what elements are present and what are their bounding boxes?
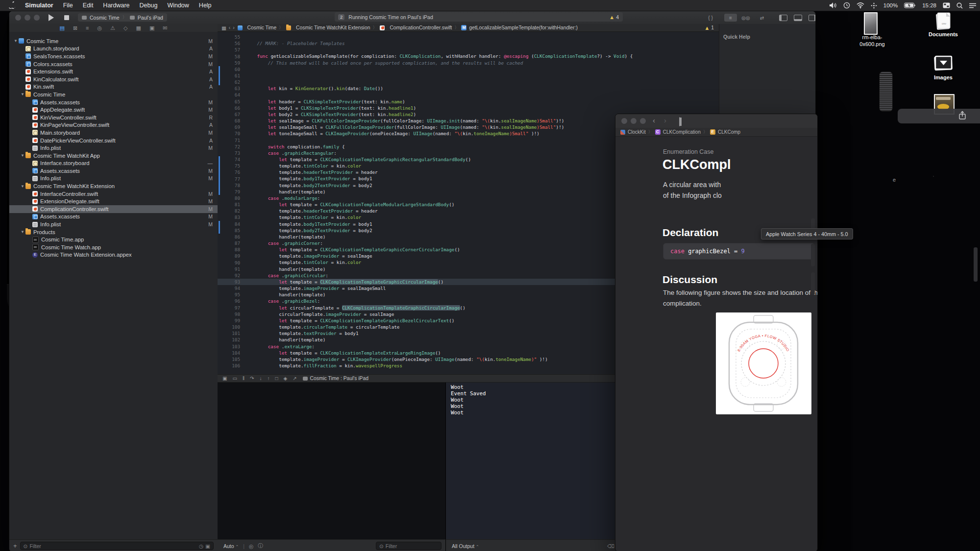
line-number[interactable]: 77 [218,176,240,182]
debug-bar-icon-8[interactable]: ↗ [293,376,296,381]
run-button[interactable] [49,14,54,21]
iphone-volume-up-button[interactable] [811,244,815,266]
volume-icon[interactable] [830,2,837,8]
related-items-icon[interactable]: ▦ [221,25,226,31]
watch-digital-crown[interactable] [879,72,893,112]
close-button[interactable] [621,118,627,124]
file-row-sealstones-xcassets[interactable]: SealsTones.xcassetsM [9,52,218,60]
share-icon[interactable] [958,111,966,122]
add-button[interactable]: + [13,542,17,550]
minimize-button[interactable] [631,118,637,124]
debug-bar-icon-4[interactable]: ↓ [259,376,262,381]
file-row-launch-storyboard[interactable]: Launch.storyboardA [9,45,218,53]
desktop-file-icon-image[interactable] [864,12,878,35]
menu-hardware[interactable]: Hardware [98,2,134,9]
debug-bar-icon-0[interactable]: ▣ [222,376,227,381]
menu-simulator[interactable]: Simulator [20,2,58,9]
file-row-kinpageviewcontroller-swift[interactable]: KinPageViewController.swiftA [9,121,218,129]
line-number[interactable]: 61 [218,73,240,78]
code-line-65[interactable]: 65 let header = CLKSimpleTextProvider(te… [218,98,719,105]
menu-file[interactable]: File [58,2,78,9]
line-number[interactable]: 70 [218,131,240,136]
line-number[interactable]: 90 [218,260,240,265]
file-row-assets-xcassets[interactable]: Assets.xcassetsM [9,98,218,106]
navigator-tab-2[interactable]: ≡ [86,25,89,31]
line-number[interactable]: 73 [218,150,240,156]
debug-bar-icon-1[interactable]: ▭ [232,376,237,381]
line-number[interactable]: 69 [218,124,240,130]
code-line-61[interactable]: 61 [218,72,719,79]
line-number[interactable]: 105 [218,357,240,362]
menu-help[interactable]: Help [194,2,217,9]
menu-debug[interactable]: Debug [135,2,163,9]
auto-popup[interactable]: Auto ⌃ [223,543,239,549]
line-number[interactable]: 62 [218,79,240,85]
code-line-55[interactable]: 55 [218,34,719,40]
navigator-tab-1[interactable]: ⊠ [73,25,77,31]
navigator-tab-3[interactable]: ◎ [98,25,102,31]
line-number[interactable]: 89 [218,253,240,259]
debug-bar-icon-5[interactable]: ↑ [267,376,270,381]
line-number[interactable]: 84 [218,221,240,227]
line-number[interactable]: 80 [218,195,240,201]
file-row-kincalculator-swift[interactable]: KinCalculator.swiftA [9,75,218,83]
line-number[interactable]: 83 [218,215,240,220]
navigator-tab-8[interactable]: ✉ [163,25,167,31]
line-number[interactable]: 93 [218,279,240,285]
jumpbar-item-group[interactable]: Cosmic Time WatchKit Extension [296,25,370,30]
file-row-kinviewcontroller-swift[interactable]: KinViewController.swiftR [9,114,218,121]
line-number[interactable]: 92 [218,273,240,278]
zoom-button[interactable] [640,118,646,124]
line-number[interactable]: 95 [218,292,240,297]
standard-editor-button[interactable]: ≡ [724,14,737,22]
line-number[interactable]: 85 [218,228,240,233]
clock[interactable]: 15:28 [922,2,936,8]
line-number[interactable]: 78 [218,183,240,188]
toggle-debug-area-button[interactable] [792,14,804,22]
line-number[interactable]: 87 [218,240,240,246]
file-row-assets-xcassets[interactable]: Assets.xcassetsM [9,213,218,221]
toggle-inspectors-button[interactable] [807,14,816,22]
navigator-tab-7[interactable]: ▣ [149,25,154,31]
line-number[interactable]: 88 [218,247,240,252]
file-row-interfacecontroller-swift[interactable]: InterfaceController.swiftM [9,190,218,198]
line-number[interactable]: 104 [218,350,240,356]
line-number[interactable]: 102 [218,337,240,342]
iphone-power-button[interactable] [974,247,978,282]
minimize-button[interactable] [24,15,30,21]
line-number[interactable]: 96 [218,298,240,304]
line-number[interactable]: 67 [218,112,240,117]
line-number[interactable]: 76 [218,169,240,175]
menu-window[interactable]: Window [162,2,194,9]
line-number[interactable]: 82 [218,208,240,214]
debug-bar-icon-7[interactable]: ◈ [283,376,287,381]
line-number[interactable]: 72 [218,144,240,149]
line-number[interactable]: 58 [218,54,240,59]
file-row-cosmic-time[interactable]: ▼Cosmic TimeM [9,37,218,45]
file-row-colors-xcassets[interactable]: Colors.xcassetsM [9,60,218,68]
navigator-tab-0[interactable]: ▤ [59,25,64,31]
source-control-status-icon[interactable]: ▣ [205,543,210,549]
variables-view[interactable] [218,383,445,539]
docs-crumb-case[interactable]: CLKComp [718,129,740,135]
line-number[interactable]: 57 [218,47,240,52]
line-number[interactable]: 64 [218,92,240,97]
code-line-59[interactable]: 59 // This method will be called once pe… [218,60,719,66]
warning-indicator[interactable]: ▲ 4 [609,14,619,20]
debug-target[interactable]: Cosmic Time : Paul's iPad [303,376,368,381]
line-number[interactable]: 74 [218,157,240,162]
navigator-tab-6[interactable]: ▦ [136,25,141,31]
debug-bar-icon-6[interactable]: □ [275,376,278,381]
code-line-58[interactable]: 58 func getLocalizableSampleTemplate(for… [218,53,719,59]
file-row-cosmic-time-app[interactable]: Cosmic Time.app [9,236,218,243]
line-number[interactable]: 79 [218,189,240,194]
file-row-complicationcontroller-swift[interactable]: ComplicationController.swiftM [9,205,218,213]
line-number[interactable]: 60 [218,67,240,72]
line-number[interactable]: 99 [218,318,240,323]
code-line-62[interactable]: 62 [218,79,719,85]
file-row-cosmic-time-watchkit-extension[interactable]: ▼Cosmic Time WatchKit Extension [9,182,218,190]
file-row-cosmic-time[interactable]: ▼Cosmic Time [9,91,218,98]
forward-button[interactable]: › [664,116,666,124]
iphone-volume-down-button[interactable] [811,272,815,295]
spotlight-icon[interactable] [956,2,963,9]
